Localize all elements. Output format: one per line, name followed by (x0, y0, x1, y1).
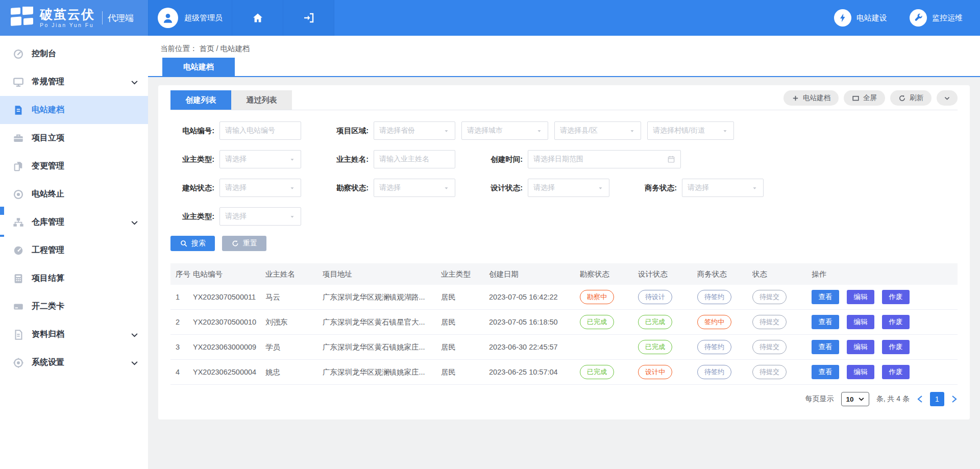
toolbar-button-1[interactable]: 全屏 (844, 90, 885, 106)
select-field[interactable]: 请选择 (219, 179, 301, 197)
settings-icon (13, 357, 24, 368)
edit-button[interactable]: 编辑 (847, 315, 874, 329)
sidebar-item-0[interactable]: 控制台 (0, 40, 148, 68)
search-button[interactable]: 搜索 (170, 236, 215, 251)
header-spacer (334, 0, 834, 36)
tab-0[interactable]: 创建列表 (170, 90, 231, 110)
sidebar-item-7[interactable]: 工程管理 (0, 236, 148, 264)
select-field[interactable]: 请选择 (682, 179, 764, 197)
edit-button[interactable]: 编辑 (847, 365, 874, 379)
void-button[interactable]: 作废 (882, 365, 910, 379)
select-field[interactable]: 请选择县/区 (554, 121, 641, 140)
filter-field: 电站编号: 请输入电站编号 (170, 121, 301, 140)
select-field[interactable]: 请选择省份 (374, 121, 455, 140)
cell-station-code: YX2023070500010 (193, 318, 265, 326)
sidebar-item-10[interactable]: 资料归档 (0, 320, 148, 349)
status-badge: 待提交 (752, 340, 787, 354)
view-button[interactable]: 查看 (812, 340, 839, 354)
search-icon (180, 239, 188, 248)
column-header: 业主类型 (441, 269, 489, 279)
breadcrumb-path[interactable]: 首页 / 电站建档 (200, 44, 250, 53)
toolbar-button-0[interactable]: 电站建档 (783, 90, 839, 106)
caret-down-icon (629, 128, 635, 134)
edit-button[interactable]: 编辑 (847, 340, 874, 354)
avatar (158, 8, 178, 28)
lightning-icon-circle (834, 9, 851, 27)
home-button[interactable] (232, 0, 283, 36)
filter-field: 项目区域: 请选择省份 (325, 121, 455, 140)
cell-design-status: 待设计 (638, 290, 697, 304)
toolbar-button-3[interactable] (937, 90, 958, 106)
sitemap-icon (13, 217, 24, 228)
sidebar-item-4[interactable]: 变更管理 (0, 152, 148, 180)
edit-button[interactable]: 编辑 (847, 290, 874, 304)
quick-link-0[interactable]: 电站建设 (834, 9, 887, 27)
sidebar-item-1[interactable]: 常规管理 (0, 68, 148, 96)
logo-divider (102, 11, 103, 24)
view-button[interactable]: 查看 (812, 365, 839, 379)
chevron-right-icon (951, 395, 958, 403)
select-placeholder: 请选择 (225, 183, 247, 192)
view-button[interactable]: 查看 (812, 315, 839, 329)
toolbar-button-2[interactable]: 刷新 (890, 90, 932, 106)
reset-button[interactable]: 重置 (222, 236, 266, 251)
search-button-label: 搜索 (191, 239, 206, 248)
sidebar-item-11[interactable]: 系统设置 (0, 349, 148, 377)
quick-link-1[interactable]: 监控运维 (910, 9, 963, 27)
sidebar-item-8[interactable]: 项目结算 (0, 264, 148, 292)
table-row: 3 YX2023063000009 学员 广东深圳龙华区黄石镇姚家庄... 居民… (170, 335, 958, 360)
select-field[interactable]: 请选择村镇/街道 (647, 121, 734, 140)
page-tab[interactable]: 电站建档 (162, 58, 235, 76)
cell-actions: 查看编辑作废 (812, 340, 960, 354)
void-button[interactable]: 作废 (882, 290, 910, 304)
sidebar-item-6[interactable]: 仓库管理 (0, 208, 148, 236)
prev-page-button[interactable] (917, 395, 923, 403)
select-field[interactable]: 请选择 (219, 207, 301, 226)
date-field[interactable]: 请选择日期范围 (528, 150, 681, 168)
logout-button[interactable] (283, 0, 334, 36)
filter-label: 业主类型: (170, 212, 219, 221)
home-icon (252, 12, 264, 24)
cell-owner-type: 居民 (441, 292, 489, 302)
cell-owner-type: 居民 (441, 342, 489, 352)
column-header: 创建日期 (489, 269, 580, 279)
logo-title: 破茧云伏 (40, 8, 95, 21)
filter-label: 勘察状态: (325, 183, 374, 193)
text-field[interactable]: 请输入业主姓名 (374, 150, 455, 168)
filter-label: 电站编号: (170, 126, 219, 136)
cell-survey-status: 已完成 (580, 315, 638, 329)
select-field[interactable]: 请选择 (374, 179, 455, 197)
status-badge: 已完成 (580, 365, 614, 379)
tab-1[interactable]: 通过列表 (231, 90, 292, 110)
sidebar-item-2[interactable]: 电站建档 (0, 96, 148, 124)
breadcrumb-bar: 当前位置： 首页 / 电站建档 电站建档 (148, 36, 980, 77)
cell-design-status: 已完成 (638, 340, 697, 354)
void-button[interactable]: 作废 (882, 315, 910, 329)
void-button[interactable]: 作废 (882, 340, 910, 354)
filter-field: 业主姓名: 请输入业主姓名 (325, 150, 455, 168)
cell-owner-name: 姚忠 (265, 367, 323, 377)
sidebar-scroll-indicator (0, 207, 4, 215)
column-header: 序号 (170, 269, 193, 279)
select-field[interactable]: 请选择城市 (461, 121, 548, 140)
page-number-button[interactable]: 1 (930, 392, 944, 406)
document-icon (12, 104, 24, 116)
date-placeholder: 请选择日期范围 (533, 155, 583, 164)
text-field[interactable]: 请输入电站编号 (219, 121, 301, 140)
view-button[interactable]: 查看 (812, 290, 839, 304)
table-row: 2 YX2023070500010 刘强东 广东深圳龙华区黄石镇星官大... 居… (170, 310, 958, 335)
per-page-select[interactable]: 10 (841, 392, 869, 406)
sidebar-item-3[interactable]: 项目立项 (0, 124, 148, 152)
user-menu[interactable]: 超级管理员 (148, 0, 232, 36)
sidebar-item-9[interactable]: 开二类卡 (0, 292, 148, 320)
select-field[interactable]: 请选择 (528, 179, 609, 197)
briefcase-icon (12, 132, 24, 144)
chevron-down-icon (131, 330, 138, 339)
filter-field: 业主类型: 请选择 (170, 207, 301, 226)
quick-link-label: 监控运维 (932, 13, 963, 23)
toolbar-button-label: 全屏 (863, 93, 877, 103)
records-table: 序号 电站编号 业主姓名 项目地址 业主类型 创建日期 勘察状态 设计状态 商务… (170, 263, 958, 385)
sidebar-item-5[interactable]: 电站终止 (0, 180, 148, 208)
next-page-button[interactable] (951, 395, 958, 403)
select-field[interactable]: 请选择 (219, 150, 301, 168)
